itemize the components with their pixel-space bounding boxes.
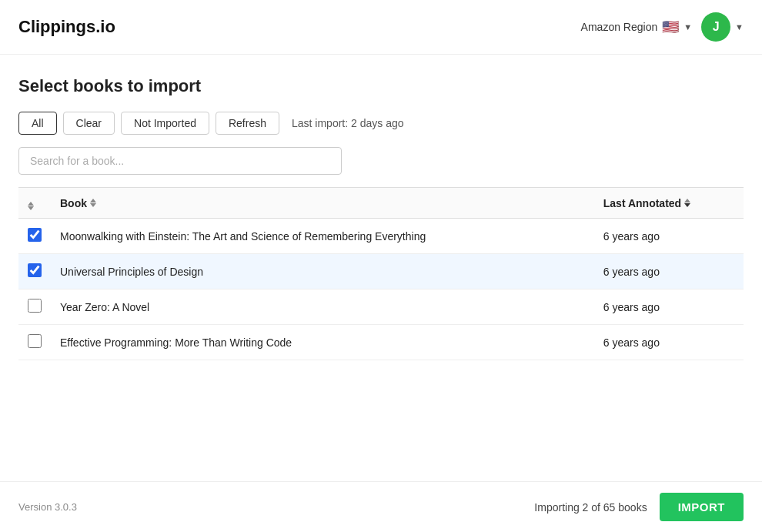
book-title-cell: Year Zero: A Novel — [51, 289, 594, 325]
last-annotated-sort-icon — [684, 199, 690, 207]
all-filter-button[interactable]: All — [18, 112, 57, 135]
last-annotated-cell: 6 years ago — [594, 289, 744, 325]
book-checkbox[interactable] — [28, 299, 42, 313]
avatar-dropdown-icon[interactable]: ▼ — [735, 22, 744, 32]
search-input[interactable] — [18, 147, 342, 175]
book-title-cell: Universal Principles of Design — [51, 254, 594, 289]
import-button[interactable]: IMPORT — [660, 493, 744, 521]
filter-row: All Clear Not Imported Refresh Last impo… — [18, 112, 744, 135]
book-checkbox[interactable] — [28, 263, 42, 277]
last-annotated-cell: 6 years ago — [594, 254, 744, 289]
table-row: Year Zero: A Novel6 years ago — [18, 289, 744, 325]
book-title-cell: Moonwalking with Einstein: The Art and S… — [51, 219, 594, 254]
header: Clippings.io Amazon Region 🇺🇸 ▼ J ▼ — [0, 0, 762, 55]
book-table-wrapper: Book Last Annotated — [18, 187, 744, 360]
last-import-text: Last import: 2 days ago — [292, 117, 404, 129]
book-title-cell: Effective Programming: More Than Writing… — [51, 325, 594, 360]
book-checkbox[interactable] — [28, 228, 42, 242]
logo-text: Clippings.io — [18, 17, 115, 36]
header-right: Amazon Region 🇺🇸 ▼ J ▼ — [581, 12, 744, 42]
last-annotated-cell: 6 years ago — [594, 325, 744, 360]
main-content: Select books to import All Clear Not Imp… — [0, 55, 762, 360]
col-checkbox — [18, 188, 51, 219]
importing-text: Importing 2 of 65 books — [534, 501, 647, 514]
checkbox-cell — [18, 289, 51, 325]
chevron-down-icon: ▼ — [683, 22, 692, 32]
checkbox-cell — [18, 219, 51, 254]
checkbox-cell — [18, 254, 51, 289]
book-table: Book Last Annotated — [18, 187, 744, 360]
page-title: Select books to import — [18, 76, 744, 96]
footer: Version 3.0.3 Importing 2 of 65 books IM… — [0, 481, 762, 532]
table-row: Effective Programming: More Than Writing… — [18, 325, 744, 360]
version-text: Version 3.0.3 — [18, 501, 77, 513]
book-checkbox[interactable] — [28, 334, 42, 348]
book-table-body: Moonwalking with Einstein: The Art and S… — [18, 219, 744, 360]
footer-right: Importing 2 of 65 books IMPORT — [534, 493, 744, 521]
clear-filter-button[interactable]: Clear — [63, 112, 115, 135]
col-sort-icon — [28, 202, 34, 210]
refresh-button[interactable]: Refresh — [216, 112, 279, 135]
amazon-region-selector[interactable]: Amazon Region 🇺🇸 ▼ — [581, 18, 693, 35]
logo: Clippings.io — [18, 17, 115, 37]
table-row: Moonwalking with Einstein: The Art and S… — [18, 219, 744, 254]
flag-icon: 🇺🇸 — [662, 18, 679, 35]
avatar[interactable]: J — [701, 12, 730, 42]
col-last-annotated-header[interactable]: Last Annotated — [594, 188, 744, 219]
table-row: Universal Principles of Design6 years ag… — [18, 254, 744, 289]
table-header: Book Last Annotated — [18, 188, 744, 219]
col-book-header[interactable]: Book — [51, 188, 594, 219]
checkbox-cell — [18, 325, 51, 360]
amazon-region-label: Amazon Region — [581, 21, 658, 33]
last-annotated-cell: 6 years ago — [594, 219, 744, 254]
not-imported-filter-button[interactable]: Not Imported — [121, 112, 209, 135]
book-sort-icon — [90, 199, 96, 207]
